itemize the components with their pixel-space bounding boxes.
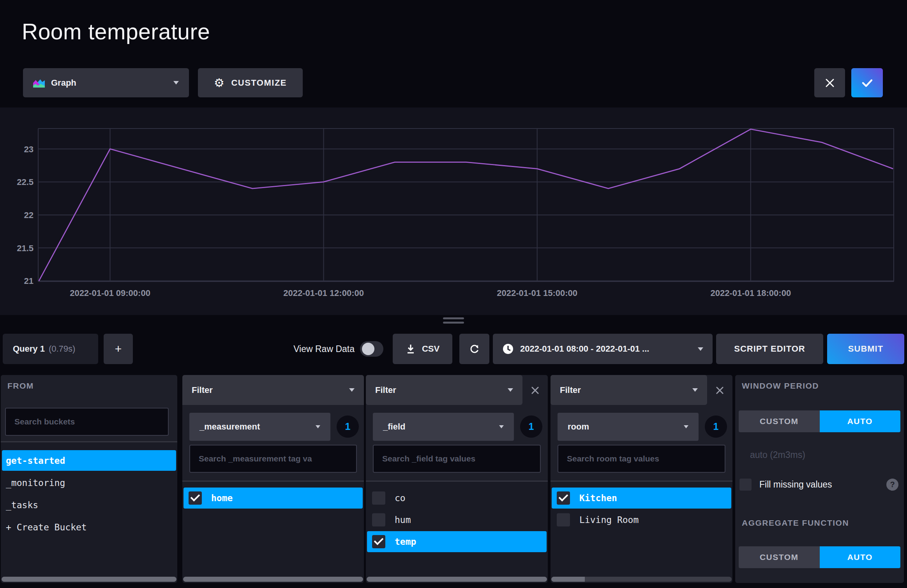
tag-value-living-room[interactable]: Living Room: [552, 509, 731, 530]
close-icon: [715, 386, 725, 395]
horizontal-scrollbar[interactable]: [183, 577, 363, 582]
chevron-down-icon: [499, 425, 504, 428]
auto-option[interactable]: AUTO: [820, 546, 901, 568]
filter-type-dropdown[interactable]: Filter: [366, 375, 522, 405]
horizontal-scrollbar[interactable]: [367, 577, 547, 582]
time-range-dropdown[interactable]: 2022-01-01 08:00 - 2022-01-01 ...: [493, 334, 713, 364]
chevron-down-icon: [692, 388, 698, 392]
query-tab[interactable]: Query 1 (0.79s): [3, 334, 98, 364]
filter-panel-field: Filter _field 1 co hum temp: [366, 375, 548, 583]
horizontal-scrollbar[interactable]: [2, 577, 176, 582]
divider: [1, 441, 177, 442]
tag-value-co[interactable]: co: [367, 488, 547, 509]
checkbox-icon[interactable]: [372, 491, 385, 505]
tag-value-hum[interactable]: hum: [367, 509, 547, 530]
tag-key-dropdown[interactable]: _field: [373, 413, 514, 441]
clock-icon: [502, 343, 514, 355]
tag-value-home[interactable]: home: [184, 488, 363, 509]
svg-text:2022-01-01 09:00:00: 2022-01-01 09:00:00: [70, 288, 150, 298]
confirm-button[interactable]: [851, 68, 883, 97]
aggregate-function-label: AGGREGATE FUNCTION: [742, 518, 849, 528]
graph-panel: 2121.52222.5232022-01-01 09:00:002022-01…: [0, 107, 907, 315]
custom-option[interactable]: CUSTOM: [739, 546, 820, 568]
toggle-knob: [362, 343, 374, 355]
svg-text:2022-01-01 12:00:00: 2022-01-01 12:00:00: [283, 288, 364, 298]
tag-key-dropdown[interactable]: room: [558, 413, 699, 441]
close-icon: [530, 386, 540, 395]
bucket-item-monitoring[interactable]: _monitoring: [2, 472, 176, 493]
selected-count-badge: 1: [705, 415, 727, 438]
filter-panel-measurement: Filter _measurement 1 home: [182, 375, 364, 583]
svg-text:21: 21: [24, 276, 34, 286]
checkbox-icon[interactable]: [557, 513, 570, 526]
window-period-label: WINDOW PERIOD: [742, 381, 819, 391]
checkbox-checked-icon[interactable]: [557, 491, 570, 505]
from-panel: FROM get-started _monitoring _tasks + Cr…: [1, 375, 177, 583]
filter-type-dropdown[interactable]: Filter: [182, 375, 364, 405]
help-icon[interactable]: ?: [886, 479, 898, 491]
graph-type-icon: [33, 78, 45, 88]
tag-value-kitchen[interactable]: Kitchen: [552, 488, 731, 509]
chevron-down-icon: [316, 425, 320, 428]
horizontal-scrollbar[interactable]: [551, 577, 732, 582]
download-icon: [406, 344, 416, 354]
fill-missing-checkbox[interactable]: [739, 479, 752, 491]
gear-icon: ⚙: [214, 77, 225, 89]
svg-text:2022-01-01 15:00:00: 2022-01-01 15:00:00: [497, 288, 577, 298]
svg-text:22.5: 22.5: [17, 177, 34, 187]
svg-text:22: 22: [24, 210, 34, 220]
csv-download-button[interactable]: CSV: [393, 334, 452, 364]
auto-option[interactable]: AUTO: [820, 410, 901, 432]
bucket-search-input[interactable]: [5, 408, 169, 436]
checkbox-checked-icon[interactable]: [372, 535, 385, 548]
remove-filter-button[interactable]: [713, 384, 726, 397]
bucket-item-tasks[interactable]: _tasks: [2, 495, 176, 515]
room-search-input[interactable]: [558, 445, 725, 473]
aggregate-function-toggle[interactable]: CUSTOM AUTO: [739, 546, 900, 568]
filter-panel-room: Filter room 1 Kitchen Living Room: [551, 375, 732, 583]
divider: [366, 481, 548, 482]
divider: [551, 481, 732, 482]
filter-type-dropdown[interactable]: Filter: [551, 375, 707, 405]
svg-text:2022-01-01 18:00:00: 2022-01-01 18:00:00: [710, 288, 791, 298]
line-chart[interactable]: 2121.52222.5232022-01-01 09:00:002022-01…: [0, 107, 907, 315]
field-search-input[interactable]: [373, 445, 541, 473]
close-icon: [825, 78, 835, 88]
tag-value-temp[interactable]: temp: [367, 531, 547, 552]
divider: [182, 481, 364, 482]
checkbox-checked-icon[interactable]: [189, 491, 202, 505]
refresh-button[interactable]: [459, 334, 489, 364]
page-title: Room temperature: [22, 19, 210, 44]
script-editor-button[interactable]: SCRIPT EDITOR: [716, 334, 823, 364]
selected-count-badge: 1: [520, 415, 542, 438]
add-query-button[interactable]: +: [104, 334, 133, 364]
selected-count-badge: 1: [337, 415, 359, 438]
cancel-button[interactable]: [814, 68, 845, 97]
from-label: FROM: [7, 381, 34, 391]
chevron-down-icon: [698, 347, 703, 351]
custom-option[interactable]: CUSTOM: [739, 410, 820, 432]
chevron-down-icon: [508, 388, 513, 392]
view-raw-data-toggle[interactable]: [360, 341, 383, 357]
window-period-toggle[interactable]: CUSTOM AUTO: [739, 410, 900, 432]
visualization-type-dropdown[interactable]: Graph: [23, 68, 189, 97]
resize-drag-handle[interactable]: [443, 317, 464, 324]
chevron-down-icon: [684, 425, 688, 428]
refresh-icon: [469, 343, 480, 355]
checkbox-icon[interactable]: [372, 513, 385, 526]
view-raw-data-label: View Raw Data: [279, 334, 355, 364]
svg-text:21.5: 21.5: [17, 243, 34, 253]
tag-key-dropdown[interactable]: _measurement: [189, 413, 330, 441]
bucket-item-get-started[interactable]: get-started: [2, 450, 176, 471]
window-period-panel: WINDOW PERIOD CUSTOM AUTO auto (2m3ms) F…: [735, 375, 904, 583]
window-period-value: auto (2m3ms): [750, 450, 805, 460]
customize-button[interactable]: ⚙ CUSTOMIZE: [198, 68, 303, 97]
submit-button[interactable]: SUBMIT: [827, 334, 904, 364]
create-bucket-button[interactable]: + Create Bucket: [2, 517, 176, 537]
graph-type-label: Graph: [51, 78, 76, 88]
svg-text:23: 23: [24, 144, 34, 154]
remove-filter-button[interactable]: [528, 384, 542, 397]
measurement-search-input[interactable]: [189, 445, 357, 473]
checkmark-icon: [861, 78, 873, 88]
fill-missing-label: Fill missing values: [759, 479, 832, 490]
